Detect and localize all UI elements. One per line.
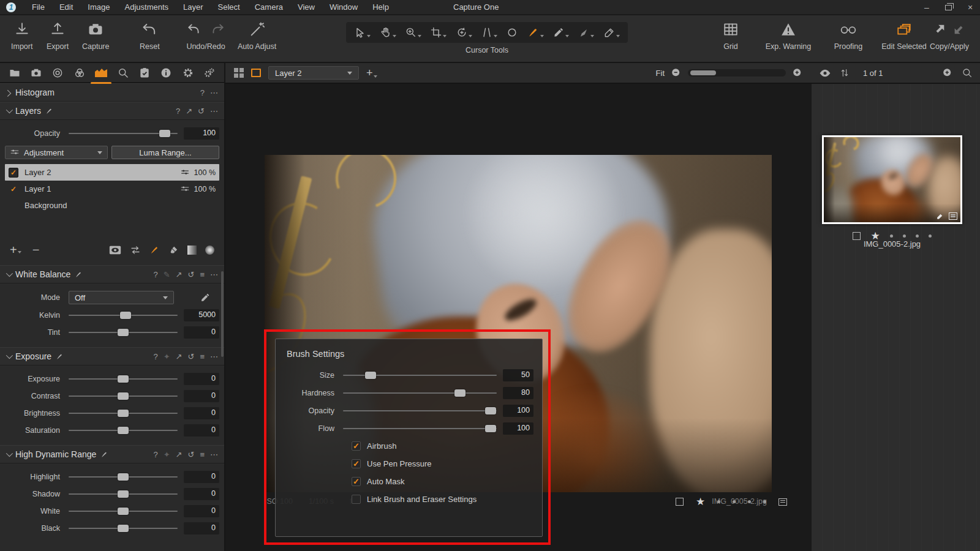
layer-row[interactable]: Background — [5, 197, 219, 214]
more-options-icon[interactable]: ⋯ — [210, 89, 218, 97]
white-handle[interactable] — [118, 508, 129, 515]
size-value[interactable]: 50 — [503, 369, 533, 381]
rotate-icon[interactable] — [454, 25, 473, 40]
opacity-slider[interactable] — [69, 129, 178, 138]
presets-icon[interactable]: ≡ — [200, 353, 205, 361]
menu-select[interactable]: Select — [211, 0, 247, 15]
star-rating-icon[interactable]: ★ — [696, 495, 705, 508]
auto-wand-icon[interactable]: ✦ — [164, 451, 170, 459]
reset-panel-icon[interactable]: ↺ — [188, 353, 195, 361]
menu-image[interactable]: Image — [80, 0, 117, 15]
photo-image[interactable] — [824, 137, 960, 222]
proofing-button[interactable]: Proofing — [828, 20, 869, 51]
opacity-value[interactable]: 100 — [503, 405, 533, 417]
opacity-slider[interactable] — [343, 406, 497, 416]
reset-panel-icon[interactable]: ↺ — [198, 107, 205, 115]
rating-dot[interactable] — [903, 234, 906, 238]
flow-slider[interactable] — [343, 424, 497, 433]
more-options-icon[interactable]: ⋯ — [210, 353, 218, 361]
thumb-zoom-icon[interactable] — [942, 67, 953, 78]
rating-dot[interactable] — [733, 500, 736, 503]
exposure-slider[interactable] — [69, 374, 178, 384]
saturation-slider[interactable] — [69, 425, 178, 435]
color-tag-icon[interactable] — [676, 498, 684, 506]
highlight-handle[interactable] — [118, 473, 129, 481]
wb-eyedropper-icon[interactable] — [200, 292, 211, 303]
expand-chevron-icon[interactable] — [6, 450, 13, 457]
lens-icon[interactable] — [48, 64, 67, 82]
capture-icon[interactable] — [27, 64, 45, 82]
histogram-panel-header[interactable]: Histogram ? ⋯ — [0, 83, 224, 102]
keystone-icon[interactable] — [480, 25, 499, 40]
auto-mask-checkbox[interactable]: ✓ — [352, 477, 361, 486]
thumbnail[interactable] — [822, 135, 962, 224]
layer-visibility-checkbox[interactable]: ✓ — [9, 184, 18, 194]
zoom-in-icon[interactable] — [792, 67, 803, 78]
close-button[interactable]: × — [965, 2, 975, 12]
plugins-icon[interactable] — [200, 64, 219, 82]
minimize-button[interactable]: – — [922, 2, 932, 12]
wb-mode-dropdown[interactable]: Off — [69, 291, 174, 304]
picker-icon[interactable]: ✎ — [164, 271, 170, 279]
sort-arrows-icon[interactable] — [840, 68, 850, 78]
eraser-pen-icon[interactable] — [602, 25, 621, 40]
eyedropper-icon[interactable] — [551, 25, 570, 40]
brightness-slider[interactable] — [69, 408, 178, 418]
shadow-handle[interactable] — [118, 490, 129, 498]
reset-button[interactable]: Reset — [140, 20, 160, 51]
opacity-value[interactable]: 100 — [184, 127, 219, 140]
remove-layer-button[interactable]: − — [32, 244, 40, 256]
export-button[interactable]: Export — [47, 20, 69, 51]
import-button[interactable]: Import — [11, 20, 32, 51]
exposure-warning-button[interactable]: Exp. Warning — [755, 20, 822, 51]
help-icon[interactable]: ? — [153, 451, 157, 459]
draw-mask-brush-icon[interactable] — [149, 245, 160, 255]
black-handle[interactable] — [118, 525, 129, 532]
viewer-zoom-slider[interactable] — [688, 69, 786, 77]
eye-icon[interactable] — [819, 69, 831, 78]
black-slider[interactable] — [69, 523, 178, 533]
menu-layer[interactable]: Layer — [176, 0, 211, 15]
undo-icon[interactable] — [184, 20, 203, 39]
hardness-value[interactable]: 80 — [503, 387, 533, 399]
opacity-handle[interactable] — [485, 407, 496, 414]
redo-icon[interactable] — [209, 20, 227, 39]
rating-dot[interactable] — [717, 500, 720, 503]
tint-handle[interactable] — [118, 329, 129, 336]
menu-window[interactable]: Window — [322, 0, 365, 15]
viewer-canvas[interactable]: ISO 100 1/100 s f/5 30 mm IMG_0005-2.jpg… — [225, 84, 812, 550]
white-balance-panel-header[interactable]: White Balance ? ✎ ↗ ↺ ≡ ⋯ — [0, 265, 224, 283]
menu-help[interactable]: Help — [365, 0, 396, 15]
crop-icon[interactable] — [429, 25, 448, 40]
expand-panel-icon[interactable]: ↗ — [176, 353, 183, 361]
viewer-zoom-handle[interactable] — [690, 70, 716, 75]
brush-icon[interactable] — [526, 25, 545, 40]
exposure-icon[interactable] — [92, 64, 110, 82]
undo-redo-button[interactable]: Undo/Redo — [178, 20, 234, 51]
menu-view[interactable]: View — [290, 0, 322, 15]
help-icon[interactable]: ? — [200, 89, 205, 97]
size-handle[interactable] — [365, 372, 376, 379]
rating-dot[interactable] — [916, 234, 919, 238]
layer-visibility-checkbox[interactable]: ✓ — [9, 168, 18, 178]
tint-value[interactable]: 0 — [184, 326, 219, 339]
sidebar-scrollbar[interactable] — [221, 271, 224, 357]
primary-view-icon[interactable] — [251, 69, 261, 77]
expand-chevron-icon[interactable] — [6, 352, 13, 359]
expand-panel-icon[interactable]: ↗ — [176, 271, 183, 279]
white-slider[interactable] — [69, 506, 178, 516]
erase-mask-icon[interactable] — [168, 245, 179, 255]
copy-apply-button[interactable]: Copy/Apply — [925, 20, 974, 51]
reset-panel-icon[interactable]: ↺ — [188, 271, 195, 279]
rating-dot[interactable] — [763, 500, 766, 503]
layer-row[interactable]: ✓ Layer 2 100 % — [5, 164, 219, 181]
radial-gradient-mask-icon[interactable] — [205, 246, 214, 255]
tint-slider[interactable] — [69, 328, 178, 337]
help-icon[interactable]: ? — [176, 107, 180, 115]
hdr-panel-header[interactable]: High Dynamic Range ? ✦ ↗ ↺ ≡ ⋯ — [0, 445, 224, 463]
contrast-slider[interactable] — [69, 391, 178, 401]
contrast-value[interactable]: 0 — [184, 390, 219, 402]
linear-gradient-mask-icon[interactable] — [187, 246, 197, 255]
zoom-out-icon[interactable] — [671, 67, 682, 78]
highlight-value[interactable]: 0 — [184, 471, 219, 483]
